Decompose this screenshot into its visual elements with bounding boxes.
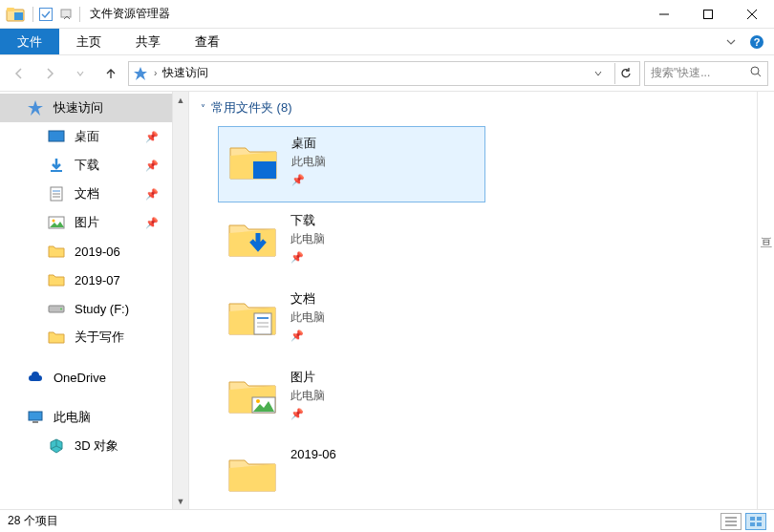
separator	[32, 7, 33, 22]
svg-rect-36	[750, 517, 755, 521]
ribbon-expand-icon[interactable]	[717, 29, 745, 54]
folder-location: 此电脑	[290, 309, 325, 326]
document-icon	[48, 185, 65, 202]
pin-icon: 📌	[290, 251, 325, 264]
ribbon-tab-2[interactable]: 共享	[118, 29, 178, 54]
sidebar-item-2[interactable]: 下载📌	[0, 151, 172, 180]
sidebar-item-4[interactable]: 图片📌	[0, 208, 172, 237]
sidebar-item-5[interactable]: 2019-06	[0, 237, 172, 266]
folder-icon	[224, 288, 281, 346]
right-edge-panel: 亘	[757, 92, 774, 509]
sidebar-item-1[interactable]: 桌面📌	[0, 122, 172, 151]
scroll-up-icon[interactable]: ▲	[173, 92, 188, 108]
pin-icon: 📌	[145, 160, 159, 172]
folder-icon	[48, 329, 65, 346]
maximize-button[interactable]	[686, 0, 730, 29]
folder-location: 此电脑	[290, 231, 325, 247]
back-button[interactable]	[6, 60, 32, 87]
quick-access-dropdown-icon[interactable]	[59, 7, 75, 22]
svg-point-11	[751, 67, 759, 74]
svg-rect-6	[704, 10, 713, 18]
sidebar-item-6[interactable]: 2019-07	[0, 266, 172, 294]
close-button[interactable]	[730, 0, 774, 29]
svg-rect-24	[29, 412, 42, 420]
sidebar-item-0[interactable]: 快速访问	[0, 94, 172, 122]
search-box[interactable]: 搜索"快速...	[644, 61, 768, 86]
folder-item-3[interactable]: 图片此电脑📌	[218, 361, 485, 437]
sidebar-item-8[interactable]: 关于写作	[0, 323, 172, 351]
scroll-down-icon[interactable]: ▼	[173, 493, 188, 509]
recent-locations-button[interactable]	[67, 60, 94, 87]
chevron-right-icon: ›	[154, 68, 157, 78]
address-bar[interactable]: › 快速访问	[128, 61, 640, 86]
forward-button[interactable]	[36, 60, 63, 87]
content: ˅ 常用文件夹 (8) 桌面此电脑📌下载此电脑📌文档此电脑📌图片此电脑📌2019…	[189, 92, 774, 509]
folder-icon	[224, 210, 281, 267]
svg-rect-37	[757, 517, 762, 521]
explorer-app-icon	[6, 5, 25, 24]
folder-location: 此电脑	[290, 388, 325, 404]
sidebar-item-12[interactable]: 此电脑	[0, 403, 172, 432]
sidebar-item-label: 3D 对象	[75, 437, 118, 455]
svg-rect-38	[750, 522, 755, 526]
large-icons-view-button[interactable]	[745, 513, 766, 530]
details-view-button[interactable]	[720, 513, 742, 530]
folder-name: 下载	[290, 212, 325, 229]
sidebar-item-7[interactable]: Study (F:)	[0, 294, 172, 323]
svg-rect-26	[253, 161, 276, 179]
body: 快速访问桌面📌下载📌文档📌图片📌2019-062019-07Study (F:)…	[0, 92, 774, 509]
folder-icon	[48, 243, 65, 260]
pc-icon	[27, 409, 44, 426]
folder-name: 图片	[290, 369, 325, 386]
ribbon-tab-1[interactable]: 主页	[59, 29, 118, 54]
sidebar-item-13[interactable]: 3D 对象	[0, 432, 172, 460]
sidebar-scrollbar[interactable]: ▲ ▼	[172, 92, 188, 509]
sidebar-item-10[interactable]: OneDrive	[0, 363, 172, 392]
svg-rect-2	[14, 12, 23, 20]
help-icon[interactable]: ?	[745, 29, 768, 54]
picture-icon	[48, 214, 65, 231]
sidebar-item-label: 2019-06	[75, 245, 120, 259]
pin-icon: 📌	[145, 131, 159, 143]
minimize-button[interactable]	[642, 0, 686, 29]
pin-icon: 📌	[290, 408, 325, 420]
main-pane: ˅ 常用文件夹 (8) 桌面此电脑📌下载此电脑📌文档此电脑📌图片此电脑📌2019…	[189, 92, 757, 509]
star-icon	[27, 99, 44, 117]
up-button[interactable]	[97, 60, 124, 87]
desktop-icon	[48, 128, 65, 145]
download-icon	[48, 157, 65, 174]
svg-point-23	[60, 309, 62, 310]
breadcrumb[interactable]: 快速访问	[162, 65, 208, 81]
folder-item-4[interactable]: 2019-06	[218, 439, 485, 509]
ribbon-tab-0[interactable]: 文件	[0, 29, 59, 54]
folder-item-1[interactable]: 下载此电脑📌	[218, 204, 485, 281]
quick-access-checkbox-icon[interactable]	[38, 7, 54, 22]
pin-icon: 📌	[290, 330, 325, 342]
cloud-icon	[27, 369, 44, 386]
pin-icon: 📌	[291, 174, 326, 186]
ribbon: 文件主页共享查看 ?	[0, 29, 774, 55]
pin-icon: 📌	[145, 188, 159, 201]
sidebar-wrap: 快速访问桌面📌下载📌文档📌图片📌2019-062019-07Study (F:)…	[0, 92, 189, 509]
drive-icon	[48, 300, 65, 317]
sidebar-item-label: 图片	[75, 214, 99, 231]
svg-text:?: ?	[754, 36, 761, 48]
refresh-button[interactable]	[614, 63, 635, 84]
folder-name: 2019-06	[290, 447, 336, 461]
group-header[interactable]: ˅ 常用文件夹 (8)	[201, 99, 745, 117]
folder-item-0[interactable]: 桌面此电脑📌	[218, 126, 485, 202]
ribbon-tab-3[interactable]: 查看	[178, 29, 237, 54]
separator	[79, 7, 80, 22]
right-edge-text: 亘	[761, 235, 772, 251]
sidebar-item-label: 此电脑	[54, 409, 91, 426]
folder-icon	[225, 133, 282, 190]
folder-icon	[224, 367, 281, 424]
svg-rect-3	[40, 8, 53, 20]
svg-rect-39	[757, 522, 762, 526]
sidebar-item-label: 桌面	[75, 128, 99, 145]
sidebar-item-3[interactable]: 文档📌	[0, 180, 172, 208]
address-dropdown-button[interactable]	[588, 63, 609, 84]
status-text: 28 个项目	[8, 513, 58, 529]
folder-item-2[interactable]: 文档此电脑📌	[218, 283, 485, 359]
search-icon	[750, 66, 762, 80]
